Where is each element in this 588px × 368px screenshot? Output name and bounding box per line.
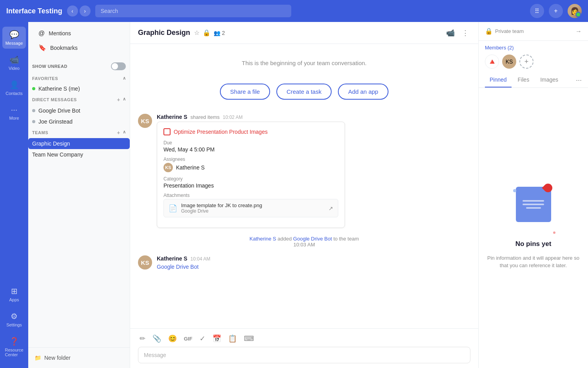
nav-item-apps[interactable]: ⊞ Apps — [2, 283, 26, 305]
teams-section-header[interactable]: TEAMS + ∧ — [28, 127, 130, 138]
task-title-row: Optimize Presentation Product Images — [163, 128, 338, 135]
member-count-value: 2 — [222, 30, 225, 36]
resource-center-icon: ❓ — [9, 337, 19, 346]
search-input[interactable] — [95, 5, 291, 17]
star-icon[interactable]: ☆ — [194, 29, 200, 36]
toggle-knob — [112, 63, 118, 69]
no-pins-illustration — [510, 187, 557, 234]
panel-close-button[interactable]: → — [575, 28, 582, 35]
nav-item-video[interactable]: 📹 Video — [2, 52, 26, 74]
nav-back-button[interactable]: ‹ — [67, 5, 78, 16]
google-drive-bot-link[interactable]: Google Drive Bot — [157, 264, 199, 270]
grid-icon-button[interactable]: ⠿ — [530, 4, 544, 18]
share-file-button[interactable]: Share a file — [220, 84, 270, 100]
nav-item-apps-label: Apps — [9, 297, 19, 302]
emoji-button[interactable]: 😊 — [167, 333, 178, 344]
nav-item-more[interactable]: ··· More — [2, 102, 26, 124]
tab-files[interactable]: Files — [513, 73, 534, 87]
attachment-file-icon: 📄 — [169, 204, 177, 213]
format-text-button[interactable]: ✏ — [138, 333, 147, 344]
msg-time-2: 10:04 AM — [191, 256, 211, 262]
mentions-label: Mentions — [49, 30, 71, 36]
sidebar-item-google-drive-bot[interactable]: Google Drive Bot — [28, 105, 130, 116]
pin-line-1 — [523, 200, 544, 202]
mentions-item[interactable]: @ Mentions — [34, 27, 123, 40]
sidebar-item-katherine[interactable]: Katherine S (me) — [28, 83, 130, 94]
dot-decor-2 — [553, 231, 555, 234]
dm-chevron-icon: ∧ — [123, 97, 126, 103]
bookmarks-item[interactable]: 🔖 Bookmarks — [34, 41, 123, 55]
nav-item-resource-center[interactable]: ❓ Resource Center — [2, 333, 26, 360]
app-title: Interface Testing — [6, 7, 62, 15]
system-msg-highlight-link[interactable]: Google Drive Bot — [293, 236, 332, 242]
note-button[interactable]: 📋 — [227, 333, 238, 344]
add-dm-button[interactable]: + — [117, 97, 120, 103]
task-due-field: Due Wed, May 4 5:00 PM — [163, 140, 338, 153]
online-dot — [32, 87, 35, 90]
nav-item-settings[interactable]: ⚙ Settings — [2, 308, 26, 330]
member-avatar-katherine: KS — [502, 55, 516, 69]
member-avatar-google-drive: 🔺 — [485, 55, 499, 69]
main-layout: 💬 Message 📹 Video 👤 Contacts ··· More ⊞ … — [0, 22, 588, 368]
channel-name: Graphic Design — [138, 29, 190, 37]
sidebar-item-graphic-design[interactable]: Graphic Design — [28, 138, 130, 149]
message-icon: 💬 — [9, 30, 19, 39]
nav-item-message-label: Message — [5, 41, 23, 46]
checkmark-button[interactable]: ✓ — [198, 333, 207, 344]
teams-chevron-icon: ∧ — [123, 129, 126, 136]
calendar-button[interactable]: 📅 — [211, 333, 223, 344]
system-msg-after: to the team — [333, 236, 359, 242]
more-options-button[interactable]: ⋮ — [460, 27, 470, 39]
attach-file-button[interactable]: 📎 — [151, 333, 163, 344]
add-team-button[interactable]: + — [117, 129, 120, 136]
nav-forward-button[interactable]: › — [80, 5, 91, 16]
system-msg-sender-link[interactable]: Katherine S — [250, 236, 276, 242]
video-call-button[interactable]: 📹 — [445, 27, 456, 39]
lock-panel-icon: 🔒 — [485, 27, 493, 35]
more-icon: ··· — [11, 105, 18, 114]
external-link-icon[interactable]: ↗ — [328, 205, 333, 211]
graphic-design-label: Graphic Design — [32, 140, 70, 147]
code-button[interactable]: ⌨ — [242, 333, 256, 344]
nav-item-message[interactable]: 💬 Message — [2, 27, 26, 49]
tab-images[interactable]: Images — [535, 73, 563, 87]
add-icon-button[interactable]: + — [549, 4, 563, 18]
dm-actions: + ∧ — [117, 97, 126, 103]
no-pins-desc: Pin information and it will appear here … — [486, 254, 580, 270]
system-msg-middle: added — [278, 236, 293, 242]
sidebar-item-joe-grinstead[interactable]: Joe Grinstead — [28, 116, 130, 127]
apps-icon: ⊞ — [11, 286, 18, 296]
right-panel-header: 🔒 Private team → — [479, 22, 588, 41]
team-new-company-label: Team New Company — [32, 151, 83, 158]
msg-avatar-2: KS — [138, 255, 152, 270]
right-panel: 🔒 Private team → Members (2) 🔺 KS + Pinn… — [478, 22, 588, 368]
new-folder-icon: 📁 — [34, 355, 41, 361]
tab-pinned[interactable]: Pinned — [485, 73, 512, 87]
panel-body: No pins yet Pin information and it will … — [479, 88, 588, 368]
show-unread-toggle[interactable] — [111, 62, 126, 70]
new-folder-item[interactable]: 📁 New folder — [34, 352, 123, 363]
nav-item-more-label: More — [9, 116, 19, 120]
task-checkbox[interactable] — [163, 128, 171, 135]
assignee-name: Katherine S — [176, 164, 205, 171]
task-category-field: Category Presentation Images — [163, 176, 338, 189]
message-input[interactable] — [138, 347, 470, 363]
gif-button[interactable]: GIF — [182, 335, 194, 342]
system-message-1: Katherine S added Google Drive Bot to th… — [138, 234, 470, 249]
nav-item-video-label: Video — [9, 66, 20, 71]
add-member-button[interactable]: + — [519, 55, 534, 69]
sidebar-item-team-new-company[interactable]: Team New Company — [28, 149, 130, 160]
direct-messages-section-header[interactable]: DIRECT MESSAGES + ∧ — [28, 94, 130, 105]
task-category-label: Category — [163, 176, 338, 182]
favorites-section-header[interactable]: FAVORITES ∧ — [28, 73, 130, 83]
add-app-button[interactable]: Add an app — [338, 84, 388, 100]
nav-item-contacts[interactable]: 👤 Contacts — [2, 77, 26, 99]
chat-body: This is the beginning of your team conve… — [130, 44, 478, 328]
video-icon: 📹 — [9, 55, 19, 64]
create-task-button[interactable]: Create a task — [276, 84, 332, 100]
offline-dot-2 — [32, 120, 35, 123]
tab-more-button[interactable]: ··· — [576, 73, 582, 87]
attachment-info: Image template for JK to create.png Goog… — [181, 202, 325, 214]
user-avatar-header[interactable]: 👩 — [568, 4, 582, 18]
attachment-row[interactable]: 📄 Image template for JK to create.png Go… — [163, 199, 338, 217]
